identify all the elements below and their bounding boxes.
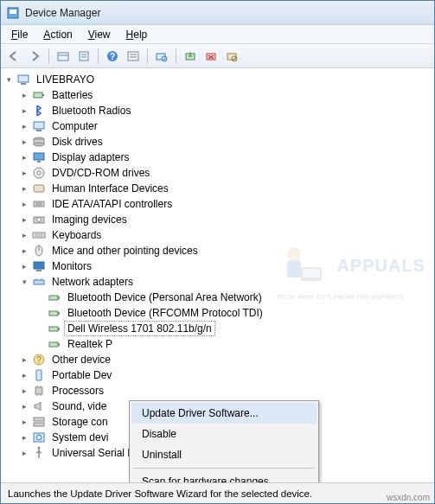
- toolbar-separator: [98, 48, 99, 64]
- menubar: File Action View Help: [1, 25, 434, 44]
- expand-arrow-icon[interactable]: ▸: [20, 246, 29, 255]
- svg-point-33: [34, 143, 44, 146]
- uninstall-button[interactable]: [202, 47, 221, 66]
- netcard-icon: [48, 337, 61, 351]
- tree-device-node[interactable]: Dell Wireless 1701 802.11b/g/n: [34, 321, 432, 336]
- sound-icon: [32, 399, 46, 413]
- expand-arrow-icon[interactable]: ▸: [20, 355, 29, 364]
- tree-category-node[interactable]: ▸ DVD/CD-ROM drives: [18, 165, 432, 181]
- expand-arrow-icon[interactable]: ▸: [20, 386, 29, 395]
- tree-category-node[interactable]: ▸ Computer: [18, 118, 432, 134]
- expand-arrow-icon[interactable]: ▸: [20, 433, 29, 442]
- mouse-icon: [32, 244, 46, 258]
- svg-rect-1: [10, 10, 16, 14]
- tree-category-label: Monitors: [49, 259, 94, 273]
- svg-rect-65: [35, 387, 42, 394]
- tree-category-node[interactable]: ▸ IDE ATA/ATAPI controllers: [18, 196, 432, 212]
- unknown-icon: ?: [32, 353, 46, 367]
- tree-category-node[interactable]: ▸ ? Other device: [18, 352, 432, 367]
- ide-icon: [32, 197, 46, 211]
- expand-arrow-icon[interactable]: ▸: [20, 137, 29, 146]
- portable-icon: [32, 368, 46, 382]
- tree-category-node[interactable]: ▾ Network adapters: [18, 274, 432, 290]
- tree-category-label: Imaging devices: [49, 213, 130, 226]
- expand-arrow-icon[interactable]: ▸: [20, 169, 29, 177]
- expand-arrow-icon[interactable]: ▸: [20, 215, 29, 224]
- show-hidden-icon: [57, 50, 69, 62]
- leaf-spacer: [35, 340, 44, 348]
- cm-uninstall[interactable]: Uninstall: [131, 444, 317, 465]
- svg-rect-71: [34, 423, 44, 426]
- scan-hardware-button[interactable]: [152, 47, 171, 66]
- keyboard-icon: [32, 228, 46, 242]
- svg-rect-2: [58, 53, 68, 61]
- menu-action[interactable]: Action: [36, 27, 79, 42]
- expand-arrow-icon[interactable]: ▸: [20, 262, 29, 271]
- computer-icon: [32, 119, 46, 133]
- collapse-arrow-icon[interactable]: ▾: [4, 75, 13, 84]
- tree-category-node[interactable]: ▸ Display adapters: [18, 150, 432, 165]
- menu-file-label: ile: [17, 29, 28, 41]
- svg-rect-39: [34, 201, 44, 207]
- svg-text:?: ?: [36, 355, 42, 365]
- svg-point-43: [37, 218, 42, 222]
- svg-rect-60: [49, 342, 58, 347]
- expand-arrow-icon[interactable]: ▸: [20, 106, 29, 115]
- device-tree-area[interactable]: APPUALS TECH HOW TO'S FROM THE EXPERTS ▾…: [1, 68, 434, 482]
- expand-arrow-icon[interactable]: ▸: [20, 200, 29, 208]
- menu-help[interactable]: Help: [119, 27, 155, 42]
- footer-credit: wsxdn.com: [387, 493, 430, 502]
- svg-rect-44: [33, 233, 45, 238]
- tree-category-node[interactable]: ▸ Human Interface Devices: [18, 181, 432, 196]
- tree-category-node[interactable]: ▸ Mice and other pointing devices: [18, 243, 432, 258]
- svg-rect-27: [34, 93, 42, 98]
- forward-button[interactable]: [25, 47, 44, 66]
- expand-arrow-icon[interactable]: ▸: [20, 184, 29, 193]
- menu-file[interactable]: File: [4, 27, 35, 42]
- expand-arrow-icon[interactable]: ▸: [20, 122, 29, 131]
- expand-arrow-icon[interactable]: ▾: [20, 278, 29, 286]
- leaf-spacer: [35, 293, 44, 302]
- forward-arrow-icon: [29, 50, 41, 62]
- details-button[interactable]: [124, 47, 143, 66]
- tree-device-node[interactable]: Realtek P: [34, 336, 432, 352]
- titlebar[interactable]: Device Manager: [1, 1, 434, 25]
- tree-category-node[interactable]: ▸ Bluetooth Radios: [18, 103, 432, 118]
- netcard-icon: [48, 306, 61, 320]
- tree-category-label: System devi: [49, 431, 111, 444]
- menu-view[interactable]: View: [81, 27, 118, 42]
- cm-update-driver[interactable]: Update Driver Software...: [131, 403, 317, 424]
- expand-arrow-icon[interactable]: ▸: [20, 231, 29, 239]
- usb-icon: [32, 446, 46, 460]
- disable-button[interactable]: [222, 47, 241, 66]
- tree-category-node[interactable]: ▸ Keyboards: [18, 227, 432, 243]
- show-hidden-button[interactable]: [54, 47, 73, 66]
- svg-rect-9: [128, 52, 138, 61]
- back-button[interactable]: [4, 47, 23, 66]
- cm-scan-hardware[interactable]: Scan for hardware changes: [131, 471, 317, 482]
- update-driver-button[interactable]: [181, 47, 200, 66]
- cm-separator: [133, 468, 315, 469]
- tree-device-node[interactable]: Bluetooth Device (RFCOMM Protocol TDI): [34, 305, 432, 321]
- expand-arrow-icon[interactable]: ▸: [20, 402, 29, 411]
- expand-arrow-icon[interactable]: ▸: [20, 449, 29, 457]
- expand-arrow-icon[interactable]: ▸: [20, 418, 29, 426]
- tree-category-node[interactable]: ▸ Monitors: [18, 258, 432, 274]
- svg-rect-58: [49, 327, 58, 331]
- properties-button[interactable]: [74, 47, 93, 66]
- expand-arrow-icon[interactable]: ▸: [20, 153, 29, 162]
- statusbar: Launches the Update Driver Software Wiza…: [1, 482, 434, 503]
- cm-disable[interactable]: Disable: [131, 424, 317, 444]
- tree-category-node[interactable]: ▸ Disk drives: [18, 134, 432, 150]
- help-button[interactable]: ?: [103, 47, 122, 66]
- expand-arrow-icon[interactable]: ▸: [20, 371, 29, 380]
- disk-icon: [32, 135, 46, 149]
- expand-arrow-icon[interactable]: ▸: [20, 91, 29, 99]
- tree-category-node[interactable]: ▸ Batteries: [18, 87, 432, 103]
- tree-device-node[interactable]: Bluetooth Device (Personal Area Network): [34, 290, 432, 305]
- tree-category-node[interactable]: ▸ Portable Dev: [18, 367, 432, 383]
- tree-category-node[interactable]: ▸ Imaging devices: [18, 212, 432, 227]
- tree-category-node[interactable]: ▸ Processors: [18, 383, 432, 399]
- tree-root-node[interactable]: ▾ LIVEBRAYO: [3, 72, 432, 87]
- update-driver-icon: [184, 50, 196, 62]
